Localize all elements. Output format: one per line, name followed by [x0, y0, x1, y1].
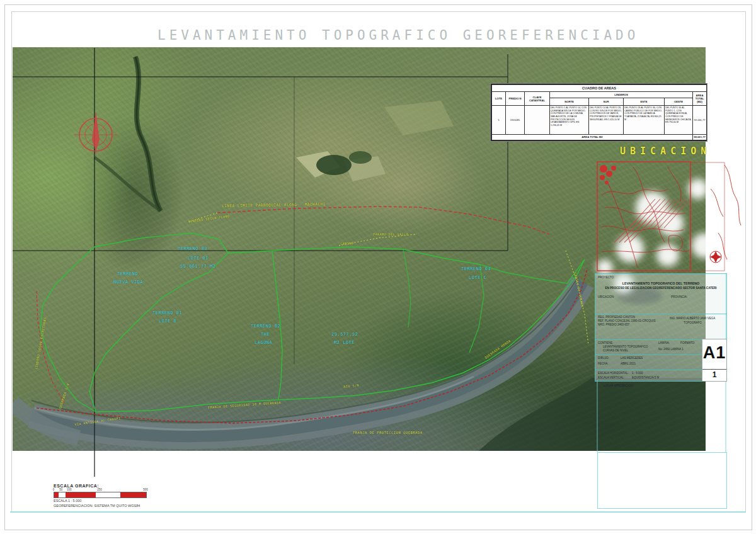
scale-tick: 500	[143, 488, 148, 491]
col-sur: SUR	[589, 98, 624, 105]
scale-tick: 100	[67, 488, 72, 491]
formato-label: FORMATO:	[680, 341, 695, 344]
page-title: LEVANTAMIENTO TOPOGRAFICO GEOREFERENCIAD…	[158, 28, 598, 43]
proyecto-line1: LEVANTAMIENTO TOPOGRAFICO DEL TERRENO	[595, 281, 726, 285]
resp-line2: TOPOGRAFO	[684, 321, 702, 324]
escala-h-label: ESCALA HORIZONTAL:	[598, 372, 629, 375]
col-linderos: LINDEROS	[550, 92, 693, 98]
cell-area: 59.061,77	[693, 106, 707, 135]
graphic-scale: ESCALA GRAFICA: 050100250500 ESCALA 1 : …	[54, 484, 205, 509]
sheet-bottom-cyan-line	[10, 511, 746, 513]
col-predio: PREDIO N	[506, 92, 525, 106]
scale-bar	[54, 492, 147, 498]
resp-line1: ING. MARIO ALBERTO JAMI VEGA	[670, 317, 715, 320]
col-oeste: OESTE	[665, 98, 693, 105]
col-clave: CLAVE CATASTRAL	[525, 92, 550, 106]
scale-label: ESCALA GRAFICA:	[54, 484, 205, 488]
plan-sheet: LEVANTAMIENTO TOPOGRAFICO GEOREFERENCIAD…	[0, 0, 756, 534]
fecha-label: FECHA:	[598, 362, 609, 365]
col-este: ESTE	[624, 98, 665, 105]
cell-norte: DEL PUNTO 1 AL PUNTO 14, CON QUEBRADA S/…	[550, 106, 589, 135]
col-area: AREA TOTAL (M2)	[693, 92, 707, 106]
cell-oeste: DEL PUNTO 36 AL PUNTO 1, CON QUEBRADA HO…	[665, 106, 693, 135]
col-norte: NORTE	[550, 98, 589, 105]
areas-table-title: CUADRO DE AREAS	[492, 85, 707, 92]
cell-este: DEL PUNTO 28 AL PUNTO 36, CON CAMINO PUB…	[624, 106, 665, 135]
escala-h-value: 1 : 5.000	[632, 372, 643, 375]
sheet-number: 1	[702, 370, 726, 379]
areas-table: CUADRO DE AREAS LOTE PREDIO N CLAVE CATA…	[491, 84, 707, 141]
ref-line3: NRO. PREDIO 2460-657	[598, 323, 629, 326]
cell-predio: 1901085	[506, 106, 525, 135]
contiene-line2: CURVAS DE NIVEL	[603, 349, 628, 352]
total-label: AREA TOTAL M2	[492, 134, 693, 140]
ref-line2: REF. PLANO CONCEJAL 1980-01-CROQUIS	[598, 319, 656, 322]
cell-clave	[525, 106, 550, 135]
proyecto-label: PROYECTO:	[598, 276, 614, 279]
sheet-size: A1	[702, 343, 726, 363]
lugar-aprobacion-label: LUGAR APROBACION:	[604, 384, 634, 387]
scale-tick: 0	[53, 488, 55, 491]
notes-box	[597, 452, 727, 509]
contiene-label: CONTIENE:	[598, 341, 614, 344]
proyecto-line2: EN PROCESO DE LEGALIZACION GEOREFERENCIA…	[595, 287, 726, 290]
sheet-format-panel: A1 1	[702, 339, 727, 382]
provincia-field-label: PROVINCIA:	[671, 295, 687, 298]
cell-sur: DEL PUNTO 14 AL PUNTO 28, CON RIO S/N DE…	[589, 106, 624, 135]
col-lote: LOTE	[492, 92, 506, 106]
format-divider	[702, 369, 726, 370]
fecha-value: ABRIL 2021	[621, 362, 636, 365]
cell-lote: 1	[492, 106, 506, 135]
scale-ratio-line: ESCALA 1 : 5.000	[54, 498, 205, 503]
total-value: 59.061,77	[693, 134, 707, 140]
ubicacion-field-label: UBICACION:	[598, 295, 614, 298]
dibujo-label: DIBUJO:	[598, 356, 609, 360]
escala-v-label: ESCALA VERTICAL:	[598, 376, 624, 379]
dibujo-value: LAS MERCEDES	[621, 356, 643, 360]
contiene-line1: LEVANTAMIENTO TOPOGRAFICO	[603, 345, 648, 348]
inset-compass-icon	[710, 251, 721, 263]
ref-line1: REG. PROPIEDAD CANTON	[598, 315, 635, 319]
lamina-label: LAMINA:	[658, 341, 670, 344]
ubicacion-title: UBICACION	[620, 145, 711, 157]
scale-tick: 50	[59, 488, 62, 491]
georef-line: GEOREFERENCIACION: SISTEMA TM QUITO WGS8…	[54, 503, 205, 508]
lamina-value: No. 2460 LAMINA 1	[658, 348, 684, 351]
scale-tick: 250	[97, 488, 102, 491]
escala-v-value: EQUIDISTANCIA 5 M	[632, 376, 659, 379]
